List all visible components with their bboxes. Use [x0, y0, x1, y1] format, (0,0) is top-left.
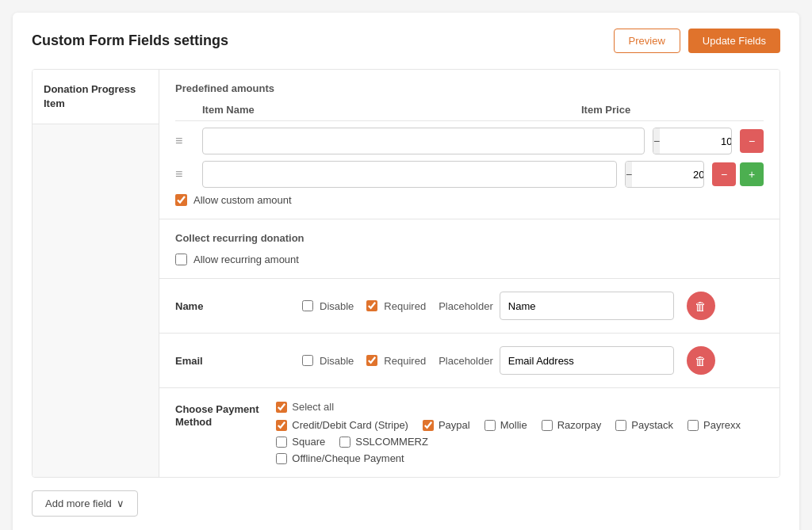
name-field-section: Name Disable Required Placeholder	[159, 279, 779, 334]
item-name-input-2[interactable]	[202, 161, 617, 188]
payment-option-razorpay: Razorpay	[542, 419, 602, 431]
drag-handle-2[interactable]: ≡	[175, 167, 194, 181]
sslcommerz-label[interactable]: SSLCOMMERZ	[355, 436, 428, 448]
offline-checkbox[interactable]	[276, 453, 287, 464]
bottom-bar: Add more field ∨	[32, 490, 780, 517]
email-field-section: Email Disable Required Placeholder	[159, 334, 779, 388]
payment-option-mollie: Mollie	[485, 419, 527, 431]
email-required-group: Required	[366, 355, 426, 367]
payrexx-label[interactable]: Payrexx	[703, 419, 741, 431]
email-section-label: Email	[175, 355, 203, 367]
amount-row-2: ≡ − + − +	[175, 161, 764, 188]
predefined-amounts-section: Predefined amounts Item Name Item Price …	[159, 70, 779, 219]
name-section-label: Name	[175, 300, 203, 312]
name-field-row: Disable Required Placeholder 🗑	[302, 292, 715, 320]
payment-options-row2: Offline/Cheque Payment	[276, 452, 764, 464]
payrexx-checkbox[interactable]	[688, 420, 699, 431]
payment-method-section: Choose Payment Method Select all Credit/…	[159, 388, 779, 477]
amounts-table: Item Name Item Price ≡ − +	[175, 104, 764, 206]
square-checkbox[interactable]	[276, 437, 287, 448]
email-placeholder-input[interactable]	[500, 346, 674, 375]
name-disable-label[interactable]: Disable	[320, 300, 354, 312]
price-minus-1[interactable]: −	[653, 128, 660, 154]
price-control-1: − +	[653, 128, 732, 154]
predefined-amounts-label: Predefined amounts	[175, 82, 764, 94]
email-required-label[interactable]: Required	[384, 355, 426, 367]
offline-label[interactable]: Offline/Cheque Payment	[292, 452, 404, 464]
name-disable-checkbox[interactable]	[302, 300, 313, 311]
paystack-checkbox[interactable]	[615, 420, 626, 431]
item-name-input-1[interactable]	[202, 128, 645, 154]
allow-custom-amount-checkbox[interactable]	[175, 194, 187, 206]
price-minus-2[interactable]: −	[626, 162, 632, 187]
allow-custom-amount-row: Allow custom amount	[175, 194, 764, 206]
price-control-2: − +	[625, 161, 704, 188]
name-delete-button[interactable]: 🗑	[687, 292, 715, 320]
name-placeholder-label: Placeholder	[439, 300, 493, 312]
email-disable-label[interactable]: Disable	[320, 355, 354, 367]
payment-option-offline: Offline/Cheque Payment	[276, 452, 404, 464]
name-required-label[interactable]: Required	[384, 300, 426, 312]
payment-option-stripe: Credit/Debit Card (Stripe)	[276, 419, 408, 431]
payment-method-label: Choose Payment Method	[175, 403, 259, 428]
stripe-checkbox[interactable]	[276, 420, 287, 431]
price-input-2[interactable]	[632, 169, 704, 181]
email-placeholder-group: Placeholder	[439, 346, 674, 375]
recurring-donation-label: Collect recurring donation	[175, 232, 764, 244]
allow-recurring-row: Allow recurring amount	[175, 254, 764, 265]
item-name-header: Item Name	[202, 104, 573, 116]
delete-row-2-button[interactable]: −	[712, 162, 736, 186]
price-input-1[interactable]	[660, 135, 732, 147]
razorpay-checkbox[interactable]	[542, 420, 553, 431]
select-all-checkbox[interactable]	[276, 402, 287, 413]
payment-option-payrexx: Payrexx	[688, 419, 741, 431]
name-disable-group: Disable	[302, 300, 354, 312]
add-row-2-button[interactable]: +	[740, 162, 764, 186]
add-field-label: Add more field	[45, 498, 112, 509]
name-placeholder-input[interactable]	[500, 292, 674, 320]
payment-option-paypal: Paypal	[423, 419, 470, 431]
select-all-label[interactable]: Select all	[292, 401, 334, 413]
page-title: Custom Form Fields settings	[32, 32, 228, 49]
mollie-checkbox[interactable]	[485, 420, 496, 431]
square-label[interactable]: Square	[292, 436, 325, 448]
main-content: Donation Progress Item Predefined amount…	[32, 69, 780, 478]
stripe-label[interactable]: Credit/Debit Card (Stripe)	[292, 419, 408, 431]
payment-option-square: Square	[276, 436, 325, 448]
email-delete-button[interactable]: 🗑	[687, 346, 715, 375]
paypal-label[interactable]: Paypal	[439, 419, 470, 431]
select-all-row: Select all	[276, 401, 764, 413]
name-placeholder-group: Placeholder	[439, 292, 674, 320]
allow-recurring-label[interactable]: Allow recurring amount	[193, 254, 299, 265]
allow-custom-amount-label[interactable]: Allow custom amount	[193, 194, 292, 206]
content-area: Predefined amounts Item Name Item Price …	[159, 70, 779, 477]
payment-option-sslcommerz: SSLCOMMERZ	[339, 436, 428, 448]
payment-options-list: Credit/Debit Card (Stripe) Paypal Mollie	[276, 419, 764, 448]
add-more-field-button[interactable]: Add more field ∨	[32, 490, 138, 517]
email-disable-checkbox[interactable]	[302, 355, 313, 366]
mollie-label[interactable]: Mollie	[500, 419, 527, 431]
preview-button[interactable]: Preview	[614, 29, 680, 53]
amount-row-1: ≡ − + −	[175, 128, 764, 154]
name-required-group: Required	[366, 300, 426, 312]
sidebar: Donation Progress Item	[33, 70, 159, 477]
payment-options-area: Select all Credit/Debit Card (Stripe) Pa…	[276, 401, 764, 464]
email-required-checkbox[interactable]	[366, 355, 377, 366]
update-fields-button[interactable]: Update Fields	[688, 29, 780, 53]
paypal-checkbox[interactable]	[423, 420, 434, 431]
allow-recurring-checkbox[interactable]	[175, 254, 187, 265]
item-price-header: Item Price	[581, 104, 692, 116]
sidebar-item-donation-progress[interactable]: Donation Progress Item	[33, 70, 159, 124]
sidebar-item-label: Donation Progress Item	[44, 82, 147, 111]
amounts-table-header: Item Name Item Price	[175, 104, 764, 121]
paystack-label[interactable]: Paystack	[631, 419, 673, 431]
drag-handle-1[interactable]: ≡	[175, 134, 194, 148]
row-actions-2: − +	[712, 162, 764, 186]
sslcommerz-checkbox[interactable]	[339, 437, 350, 448]
name-required-checkbox[interactable]	[366, 300, 377, 311]
razorpay-label[interactable]: Razorpay	[557, 419, 602, 431]
payment-option-paystack: Paystack	[615, 419, 673, 431]
email-placeholder-label: Placeholder	[439, 355, 493, 367]
recurring-donation-section: Collect recurring donation Allow recurri…	[159, 219, 779, 279]
delete-row-1-button[interactable]: −	[740, 129, 764, 153]
